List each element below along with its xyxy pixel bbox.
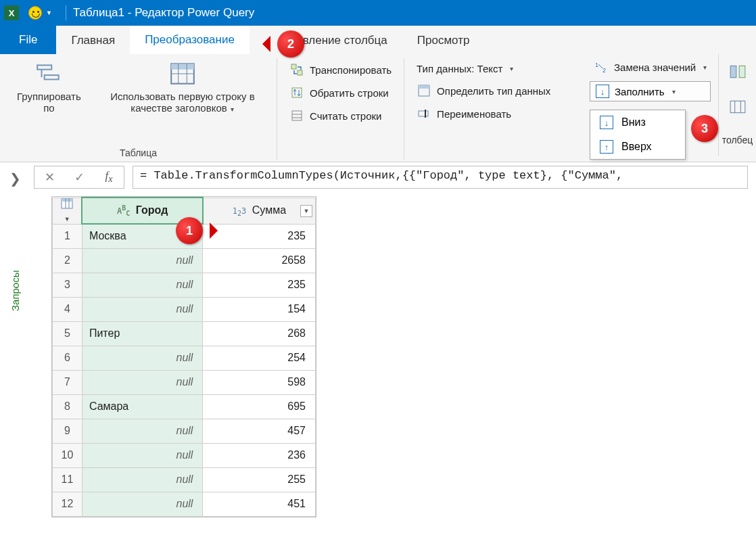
use-first-row-label: Использовать первую строку в качестве за…	[102, 91, 263, 114]
fill-up-menuitem[interactable]: ↑ Вверх	[590, 135, 685, 159]
svg-rect-1	[45, 75, 59, 79]
column-header-sum[interactable]: 123 Сумма ▼	[203, 198, 316, 224]
tab-view[interactable]: Просмотр	[402, 27, 485, 54]
cell-city[interactable]: null	[82, 248, 203, 273]
tab-add-column[interactable]: бавление столбца	[250, 27, 402, 54]
cell-city[interactable]: null	[82, 346, 203, 370]
cell-sum[interactable]: 598	[203, 370, 316, 394]
svg-rect-22	[730, 101, 745, 112]
svg-rect-16	[419, 111, 428, 116]
cell-city[interactable]: null	[82, 370, 203, 394]
svg-rect-9	[298, 70, 302, 75]
row-number[interactable]: 2	[53, 248, 82, 273]
count-rows-button[interactable]: Считать строки	[285, 107, 396, 124]
ribbon-clipped-group: толбец	[718, 54, 756, 156]
table-row[interactable]: 7null598	[53, 370, 316, 394]
groupby-button[interactable]: Группировать по	[8, 58, 90, 116]
cell-city[interactable]: null	[82, 419, 203, 443]
cell-city[interactable]: null	[82, 492, 203, 516]
use-first-row-button[interactable]: Использовать первую строку в качестве за…	[97, 58, 268, 116]
tab-home[interactable]: Главная	[56, 27, 130, 54]
cell-sum[interactable]: 451	[203, 492, 316, 516]
ribbon-tabs: File Главная Преобразование бавление сто…	[0, 26, 756, 54]
accept-formula-button[interactable]: ✓	[64, 170, 94, 185]
groupby-label: Группировать по	[14, 91, 85, 114]
rename-button[interactable]: Переименовать	[412, 105, 554, 122]
data-type-button[interactable]: Тип данных: Текст▾	[412, 61, 554, 76]
row-header-corner[interactable]: ▼	[53, 198, 82, 224]
tab-transform[interactable]: Преобразование	[130, 26, 250, 54]
cell-city[interactable]: null	[82, 467, 203, 492]
table-row[interactable]: 10null236	[53, 443, 316, 467]
row-number[interactable]: 6	[53, 346, 82, 370]
table-row[interactable]: 2null2658	[53, 248, 316, 273]
clipped-icon-1	[729, 64, 747, 79]
tab-file[interactable]: File	[0, 26, 56, 54]
callout-1: 1	[176, 217, 203, 244]
qat-dropdown-icon[interactable]: ▼	[46, 9, 52, 16]
text-type-icon: ABC	[117, 206, 130, 216]
reverse-rows-icon	[289, 86, 304, 99]
table-row[interactable]: 3null235	[53, 273, 316, 297]
cell-sum[interactable]: 695	[203, 394, 316, 419]
cancel-formula-button[interactable]: ✕	[34, 170, 64, 185]
fill-button[interactable]: ↓ Заполнить ▾	[590, 81, 711, 101]
rename-icon	[417, 107, 431, 120]
table-row[interactable]: 12null451	[53, 492, 316, 516]
cell-sum[interactable]: 154	[203, 297, 316, 321]
cell-sum[interactable]: 235	[203, 273, 316, 297]
svg-text:2: 2	[603, 67, 606, 74]
table-headers-icon	[168, 61, 197, 87]
queries-pane-label[interactable]: Запросы	[9, 271, 21, 312]
cell-city[interactable]: Самара	[82, 394, 203, 419]
row-number[interactable]: 3	[53, 273, 82, 297]
cell-sum[interactable]: 268	[203, 321, 316, 346]
callout-3: 3	[691, 115, 718, 142]
table-row[interactable]: 9null457	[53, 419, 316, 443]
row-number[interactable]: 9	[53, 419, 82, 443]
expand-queries-button[interactable]: ❯	[9, 170, 21, 187]
cell-sum[interactable]: 254	[203, 346, 316, 370]
fx-icon[interactable]: fx	[94, 169, 124, 185]
row-number[interactable]: 12	[53, 492, 82, 516]
table-row[interactable]: 5Питер268	[53, 321, 316, 346]
table-row[interactable]: 4null154	[53, 297, 316, 321]
cell-sum[interactable]: 236	[203, 443, 316, 467]
cell-city[interactable]: null	[82, 443, 203, 467]
number-type-icon: 123	[233, 206, 247, 216]
cell-city[interactable]: null	[82, 273, 203, 297]
replace-values-button[interactable]: 12 Замена значений▾	[590, 58, 711, 76]
row-number[interactable]: 4	[53, 297, 82, 321]
column-filter-button[interactable]: ▼	[300, 205, 312, 217]
row-number[interactable]: 1	[53, 224, 82, 248]
row-number[interactable]: 5	[53, 321, 82, 346]
fill-down-menuitem[interactable]: ↓ Вниз	[590, 110, 685, 135]
detect-type-icon	[417, 84, 431, 97]
detect-type-button[interactable]: Определить тип данных	[412, 82, 554, 99]
svg-rect-26	[62, 199, 72, 202]
table-row[interactable]: 8Самара695	[53, 394, 316, 419]
cell-city[interactable]: Питер	[82, 321, 203, 346]
clipped-icon-2	[729, 99, 747, 114]
row-number[interactable]: 10	[53, 443, 82, 467]
reverse-rows-button[interactable]: Обратить строки	[285, 84, 396, 101]
row-number[interactable]: 11	[53, 467, 82, 492]
row-number[interactable]: 8	[53, 394, 82, 419]
cell-sum[interactable]: 457	[203, 419, 316, 443]
formula-input[interactable]: = Table.TransformColumnTypes(Источник,{{…	[133, 166, 748, 189]
table-row[interactable]: 11null255	[53, 467, 316, 492]
smiley-icon[interactable]	[28, 6, 42, 20]
svg-rect-8	[291, 64, 296, 69]
arrow-down-icon: ↓	[600, 116, 613, 129]
row-number[interactable]: 7	[53, 370, 82, 394]
replace-values-icon: 12	[594, 60, 609, 74]
cell-sum[interactable]: 255	[203, 467, 316, 492]
cell-sum[interactable]: 235	[203, 224, 316, 248]
cell-sum[interactable]: 2658	[203, 248, 316, 273]
chevron-down-icon: ▾	[229, 106, 235, 113]
table-row[interactable]: 6null254	[53, 346, 316, 370]
transpose-button[interactable]: Транспонировать	[285, 61, 396, 78]
svg-rect-15	[419, 85, 429, 89]
cell-city[interactable]: null	[82, 297, 203, 321]
svg-rect-0	[38, 65, 52, 69]
